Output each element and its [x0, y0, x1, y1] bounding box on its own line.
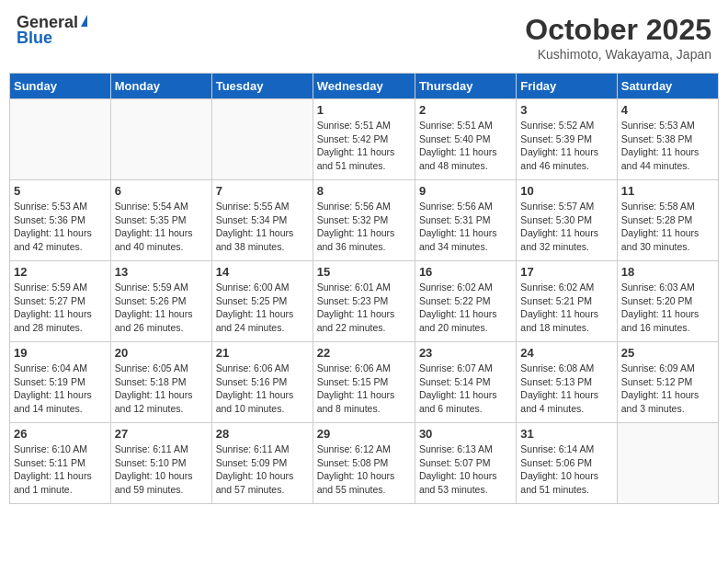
day-detail: Sunrise: 6:06 AM Sunset: 5:16 PM Dayligh…	[216, 362, 309, 416]
header: General Blue October 2025 Kushimoto, Wak…	[9, 9, 719, 65]
day-cell-9: 9Sunrise: 5:56 AM Sunset: 5:31 PM Daylig…	[415, 180, 516, 261]
day-number: 30	[419, 427, 512, 441]
day-number: 12	[14, 265, 107, 279]
day-detail: Sunrise: 5:59 AM Sunset: 5:27 PM Dayligh…	[14, 281, 107, 335]
week-row-4: 19Sunrise: 6:04 AM Sunset: 5:19 PM Dayli…	[10, 342, 719, 423]
day-cell-19: 19Sunrise: 6:04 AM Sunset: 5:19 PM Dayli…	[10, 342, 111, 423]
day-detail: Sunrise: 6:11 AM Sunset: 5:09 PM Dayligh…	[216, 442, 309, 497]
day-cell-5: 5Sunrise: 5:53 AM Sunset: 5:36 PM Daylig…	[10, 180, 111, 261]
day-detail: Sunrise: 6:03 AM Sunset: 5:20 PM Dayligh…	[621, 281, 714, 335]
day-detail: Sunrise: 5:56 AM Sunset: 5:31 PM Dayligh…	[419, 200, 512, 254]
day-number: 17	[520, 265, 612, 279]
day-detail: Sunrise: 5:53 AM Sunset: 5:38 PM Dayligh…	[621, 119, 714, 173]
logo-triangle-icon	[81, 15, 87, 27]
day-detail: Sunrise: 6:12 AM Sunset: 5:08 PM Dayligh…	[317, 442, 411, 497]
empty-cell	[10, 99, 111, 180]
header-day-tuesday: Tuesday	[211, 74, 313, 99]
day-detail: Sunrise: 5:58 AM Sunset: 5:28 PM Dayligh…	[621, 200, 714, 254]
day-cell-21: 21Sunrise: 6:06 AM Sunset: 5:16 PM Dayli…	[211, 342, 313, 423]
day-cell-24: 24Sunrise: 6:08 AM Sunset: 5:13 PM Dayli…	[517, 342, 617, 423]
day-cell-26: 26Sunrise: 6:10 AM Sunset: 5:11 PM Dayli…	[10, 423, 111, 504]
day-detail: Sunrise: 6:11 AM Sunset: 5:10 PM Dayligh…	[115, 442, 208, 497]
day-cell-14: 14Sunrise: 6:00 AM Sunset: 5:25 PM Dayli…	[211, 261, 313, 342]
day-number: 19	[14, 346, 107, 360]
day-number: 16	[419, 265, 512, 279]
week-row-3: 12Sunrise: 5:59 AM Sunset: 5:27 PM Dayli…	[10, 261, 719, 342]
empty-cell	[617, 423, 718, 504]
day-detail: Sunrise: 6:08 AM Sunset: 5:13 PM Dayligh…	[520, 362, 612, 416]
day-detail: Sunrise: 5:53 AM Sunset: 5:36 PM Dayligh…	[14, 200, 107, 254]
empty-cell	[211, 99, 313, 180]
day-number: 5	[14, 184, 107, 198]
calendar-table: SundayMondayTuesdayWednesdayThursdayFrid…	[9, 73, 719, 504]
day-number: 20	[115, 346, 208, 360]
day-number: 4	[621, 103, 714, 117]
day-detail: Sunrise: 6:07 AM Sunset: 5:14 PM Dayligh…	[419, 362, 512, 416]
logo: General Blue	[17, 13, 87, 48]
day-number: 7	[216, 184, 309, 198]
day-detail: Sunrise: 6:09 AM Sunset: 5:12 PM Dayligh…	[621, 362, 714, 416]
day-detail: Sunrise: 6:02 AM Sunset: 5:22 PM Dayligh…	[419, 281, 512, 335]
day-detail: Sunrise: 5:55 AM Sunset: 5:34 PM Dayligh…	[216, 200, 309, 254]
day-cell-7: 7Sunrise: 5:55 AM Sunset: 5:34 PM Daylig…	[211, 180, 313, 261]
header-day-monday: Monday	[110, 74, 211, 99]
day-cell-4: 4Sunrise: 5:53 AM Sunset: 5:38 PM Daylig…	[617, 99, 718, 180]
day-cell-18: 18Sunrise: 6:03 AM Sunset: 5:20 PM Dayli…	[617, 261, 718, 342]
day-detail: Sunrise: 6:00 AM Sunset: 5:25 PM Dayligh…	[216, 281, 309, 335]
month-title: October 2025	[525, 13, 711, 47]
calendar-body: 1Sunrise: 5:51 AM Sunset: 5:42 PM Daylig…	[10, 99, 719, 504]
day-detail: Sunrise: 6:04 AM Sunset: 5:19 PM Dayligh…	[14, 362, 107, 416]
day-number: 22	[317, 346, 411, 360]
day-number: 10	[520, 184, 612, 198]
day-number: 29	[317, 427, 411, 441]
empty-cell	[110, 99, 211, 180]
day-number: 6	[115, 184, 208, 198]
day-cell-30: 30Sunrise: 6:13 AM Sunset: 5:07 PM Dayli…	[415, 423, 516, 504]
day-number: 21	[216, 346, 309, 360]
day-cell-29: 29Sunrise: 6:12 AM Sunset: 5:08 PM Dayli…	[313, 423, 415, 504]
day-cell-20: 20Sunrise: 6:05 AM Sunset: 5:18 PM Dayli…	[110, 342, 211, 423]
day-cell-11: 11Sunrise: 5:58 AM Sunset: 5:28 PM Dayli…	[617, 180, 718, 261]
day-number: 1	[317, 103, 411, 117]
day-number: 26	[14, 427, 107, 441]
day-number: 28	[216, 427, 309, 441]
day-cell-13: 13Sunrise: 5:59 AM Sunset: 5:26 PM Dayli…	[110, 261, 211, 342]
day-cell-8: 8Sunrise: 5:56 AM Sunset: 5:32 PM Daylig…	[313, 180, 415, 261]
day-number: 9	[419, 184, 512, 198]
day-detail: Sunrise: 6:05 AM Sunset: 5:18 PM Dayligh…	[115, 362, 208, 416]
header-day-thursday: Thursday	[415, 74, 516, 99]
day-detail: Sunrise: 5:59 AM Sunset: 5:26 PM Dayligh…	[115, 281, 208, 335]
day-detail: Sunrise: 5:51 AM Sunset: 5:40 PM Dayligh…	[419, 119, 512, 173]
location-title: Kushimoto, Wakayama, Japan	[525, 47, 711, 62]
day-cell-31: 31Sunrise: 6:14 AM Sunset: 5:06 PM Dayli…	[517, 423, 617, 504]
day-cell-12: 12Sunrise: 5:59 AM Sunset: 5:27 PM Dayli…	[10, 261, 111, 342]
day-cell-23: 23Sunrise: 6:07 AM Sunset: 5:14 PM Dayli…	[415, 342, 516, 423]
day-number: 23	[419, 346, 512, 360]
day-number: 11	[621, 184, 714, 198]
header-row: SundayMondayTuesdayWednesdayThursdayFrid…	[10, 74, 719, 99]
day-number: 15	[317, 265, 411, 279]
day-detail: Sunrise: 5:52 AM Sunset: 5:39 PM Dayligh…	[520, 119, 612, 173]
day-number: 24	[520, 346, 612, 360]
day-cell-17: 17Sunrise: 6:02 AM Sunset: 5:21 PM Dayli…	[517, 261, 617, 342]
day-cell-25: 25Sunrise: 6:09 AM Sunset: 5:12 PM Dayli…	[617, 342, 718, 423]
day-number: 25	[621, 346, 714, 360]
day-detail: Sunrise: 6:02 AM Sunset: 5:21 PM Dayligh…	[520, 281, 612, 335]
header-day-saturday: Saturday	[617, 74, 718, 99]
day-cell-10: 10Sunrise: 5:57 AM Sunset: 5:30 PM Dayli…	[517, 180, 617, 261]
header-day-wednesday: Wednesday	[313, 74, 415, 99]
week-row-1: 1Sunrise: 5:51 AM Sunset: 5:42 PM Daylig…	[10, 99, 719, 180]
day-number: 14	[216, 265, 309, 279]
day-detail: Sunrise: 5:56 AM Sunset: 5:32 PM Dayligh…	[317, 200, 411, 254]
week-row-5: 26Sunrise: 6:10 AM Sunset: 5:11 PM Dayli…	[10, 423, 719, 504]
calendar-header: SundayMondayTuesdayWednesdayThursdayFrid…	[10, 74, 719, 99]
day-number: 27	[115, 427, 208, 441]
week-row-2: 5Sunrise: 5:53 AM Sunset: 5:36 PM Daylig…	[10, 180, 719, 261]
day-cell-16: 16Sunrise: 6:02 AM Sunset: 5:22 PM Dayli…	[415, 261, 516, 342]
day-number: 3	[520, 103, 612, 117]
day-detail: Sunrise: 5:51 AM Sunset: 5:42 PM Dayligh…	[317, 119, 411, 173]
day-number: 8	[317, 184, 411, 198]
day-number: 18	[621, 265, 714, 279]
header-day-sunday: Sunday	[10, 74, 111, 99]
title-section: October 2025 Kushimoto, Wakayama, Japan	[525, 13, 711, 62]
